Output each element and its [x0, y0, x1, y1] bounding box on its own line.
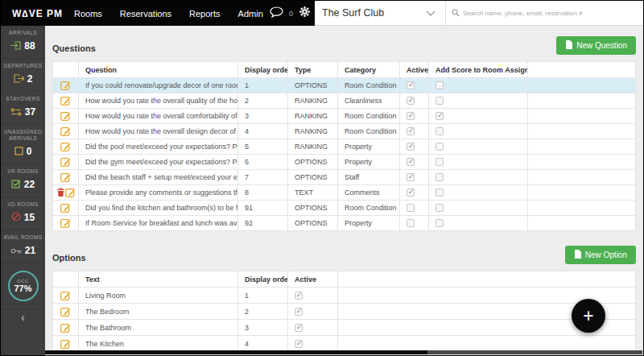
- edit-button[interactable]: [60, 126, 71, 135]
- active-checkbox[interactable]: [295, 324, 303, 332]
- option-row[interactable]: The Bedroom2: [53, 304, 636, 320]
- edit-button[interactable]: [60, 339, 71, 347]
- chevron-down-icon: [426, 7, 436, 19]
- active-checkbox[interactable]: [407, 158, 415, 166]
- add-score-checkbox[interactable]: [436, 188, 444, 197]
- active-checkbox[interactable]: [295, 292, 303, 300]
- edit-button[interactable]: [60, 323, 71, 331]
- column-header-filler: [338, 271, 636, 288]
- add-score-checkbox[interactable]: [436, 158, 444, 166]
- sidebar-stat-vd-rooms[interactable]: VD ROOMS15: [1, 197, 45, 230]
- sidebar-stat-arrivals[interactable]: ARRIVALS88: [1, 26, 45, 59]
- stat-label: ARRIVALS: [2, 30, 43, 36]
- sidebar-stat-departures[interactable]: DEPARTURES2: [1, 59, 45, 92]
- new-question-button[interactable]: New Question: [556, 36, 636, 55]
- category-cell: Room Condition: [338, 109, 400, 124]
- add-score-checkbox[interactable]: [436, 112, 444, 120]
- edit-button[interactable]: [60, 81, 71, 89]
- option-row[interactable]: The Bathroom3: [53, 320, 636, 336]
- sidebar: ARRIVALS88DEPARTURES2STAYOVERS37UNASSIGN…: [1, 26, 45, 356]
- sidebar-stat-avail-rooms[interactable]: AVAIL ROOMS21: [1, 230, 45, 263]
- question-row[interactable]: If you could renovate/upgrade decor of o…: [53, 78, 636, 93]
- add-score-checkbox[interactable]: [436, 143, 444, 151]
- question-cell: How would you rate the overall quality o…: [79, 93, 238, 109]
- edit-button[interactable]: [65, 188, 76, 196]
- add-score-checkbox[interactable]: [436, 219, 444, 227]
- question-row[interactable]: How would you rate the overall quality o…: [53, 93, 636, 109]
- option-row[interactable]: The Kitchen4: [53, 336, 636, 352]
- edit-button[interactable]: [60, 142, 71, 150]
- search-input[interactable]: [463, 10, 638, 17]
- stat-label: STAYOVERS: [2, 96, 43, 102]
- active-checkbox[interactable]: [407, 112, 415, 120]
- new-option-button[interactable]: New Option: [565, 246, 636, 264]
- scrollbar-thumb[interactable]: [45, 350, 427, 354]
- question-row[interactable]: Did you find the kitchen and bathroom(s)…: [53, 201, 636, 216]
- sidebar-stat-unassigned-arrivals[interactable]: UNASSIGNED ARRIVALS0: [1, 125, 45, 164]
- add-score-checkbox[interactable]: [436, 127, 444, 135]
- options-table: TextDisplay orderActive Living Room1The …: [52, 271, 636, 352]
- stat-value: 37: [25, 106, 35, 118]
- gear-icon[interactable]: [299, 6, 311, 21]
- category-cell: Property: [338, 155, 400, 170]
- active-cell: [288, 288, 338, 304]
- edit-button[interactable]: [60, 172, 71, 180]
- display-order-cell: 5: [238, 139, 288, 155]
- edit-button[interactable]: [60, 203, 71, 211]
- active-checkbox[interactable]: [295, 308, 303, 316]
- question-row[interactable]: Did the gym meet/exceed your expectation…: [53, 155, 636, 170]
- topbar: W∆VE PM RoomsReservationsReportsAdmin 0 …: [1, 1, 643, 26]
- add-score-cell: [429, 201, 528, 216]
- sidebar-stat-vr-rooms[interactable]: VR ROOMS22: [1, 164, 45, 197]
- question-cell: How would you rate the overall comfortab…: [79, 109, 238, 124]
- edit-button[interactable]: [60, 96, 71, 104]
- menu-item-admin[interactable]: Admin: [238, 9, 263, 19]
- column-header-actions: [53, 271, 79, 288]
- active-checkbox[interactable]: [407, 127, 415, 135]
- add-score-checkbox[interactable]: [436, 173, 444, 181]
- add-score-checkbox[interactable]: [436, 204, 444, 212]
- active-checkbox[interactable]: [407, 143, 415, 151]
- edit-button[interactable]: [60, 157, 71, 165]
- question-row[interactable]: How would you rate the overall comfortab…: [53, 109, 636, 124]
- horizontal-scrollbar[interactable]: [45, 350, 642, 354]
- question-row[interactable]: Did the beach staff + setup meet/exceed …: [53, 170, 636, 185]
- type-cell: RANKING: [288, 139, 338, 155]
- filler-cell: [528, 93, 636, 109]
- arrival-icon: [10, 39, 21, 53]
- stat-label: UNASSIGNED ARRIVALS: [2, 129, 43, 142]
- row-actions: [53, 124, 79, 139]
- edit-button[interactable]: [60, 291, 71, 299]
- sidebar-collapse-button[interactable]: ‹: [1, 310, 45, 324]
- active-checkbox[interactable]: [407, 97, 415, 105]
- edit-button[interactable]: [60, 111, 71, 119]
- stat-value: 88: [24, 40, 35, 52]
- add-score-checkbox[interactable]: [436, 97, 444, 105]
- filler-cell: [528, 139, 636, 155]
- menu-item-rooms[interactable]: Rooms: [74, 9, 102, 19]
- active-checkbox[interactable]: [295, 340, 303, 348]
- chat-icon[interactable]: [270, 6, 283, 21]
- property-selector[interactable]: The Surf Club: [315, 1, 445, 26]
- option-row[interactable]: Living Room1: [53, 288, 636, 304]
- sidebar-stat-stayovers[interactable]: STAYOVERS37: [1, 92, 45, 125]
- add-score-checkbox[interactable]: [436, 81, 444, 89]
- question-row[interactable]: Please provide any comments or suggestio…: [53, 185, 636, 201]
- active-checkbox[interactable]: [407, 173, 415, 181]
- menu-item-reports[interactable]: Reports: [189, 9, 221, 19]
- active-checkbox[interactable]: [407, 219, 415, 227]
- delete-button[interactable]: [56, 188, 65, 196]
- question-row[interactable]: If Room Service for breakfast and lunch …: [53, 216, 636, 231]
- menu-item-reservations[interactable]: Reservations: [120, 9, 171, 19]
- sidebar-occupancy[interactable]: OCC 77%: [1, 263, 45, 310]
- edit-button[interactable]: [60, 218, 71, 226]
- question-row[interactable]: How would you rate the overall design de…: [53, 124, 636, 139]
- add-fab[interactable]: +: [572, 299, 605, 333]
- active-checkbox[interactable]: [407, 188, 415, 197]
- active-checkbox[interactable]: [407, 81, 415, 89]
- active-checkbox[interactable]: [407, 204, 415, 212]
- edit-button[interactable]: [60, 307, 71, 315]
- type-cell: TEXT: [288, 185, 338, 201]
- app-logo[interactable]: W∆VE PM: [1, 8, 63, 19]
- question-row[interactable]: Did the pool meet/exceed your expectatio…: [53, 139, 636, 155]
